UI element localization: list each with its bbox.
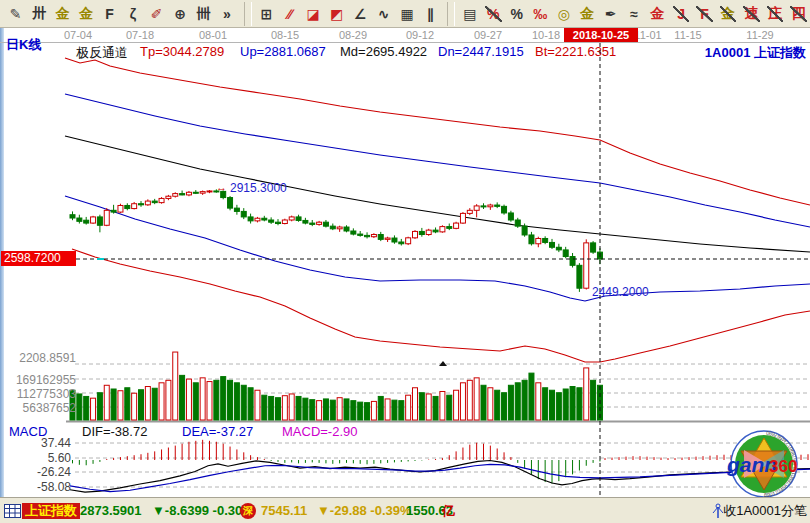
candle-body — [584, 243, 589, 288]
grid-icon[interactable]: ▦ — [396, 3, 418, 25]
candle-body — [392, 238, 397, 242]
fib-lines-icon[interactable]: F — [98, 3, 120, 25]
volume-bar — [166, 380, 171, 420]
candle-body — [234, 208, 239, 211]
hatch2-icon[interactable]: 卌 — [192, 3, 214, 25]
candle-body — [111, 210, 116, 212]
volume-bar — [241, 385, 246, 420]
candle-body — [166, 196, 171, 198]
volume-bar — [207, 382, 212, 420]
volume-bar — [399, 401, 404, 420]
volume-bar — [269, 396, 274, 420]
volume-axis-label-2: 112775303 — [4, 387, 76, 401]
quote-table-icon[interactable] — [4, 504, 21, 518]
index-name-badge[interactable]: 上证指数 — [22, 503, 80, 519]
volume-axis-label-1: 56387652 — [4, 401, 76, 415]
volume-bar — [255, 390, 260, 420]
hatch-lines-icon[interactable]: 卅 — [28, 3, 50, 25]
volume-bar — [221, 377, 226, 420]
volume-bar — [508, 385, 513, 420]
candle-body — [262, 218, 267, 220]
candle-body — [84, 220, 89, 223]
candle-body — [502, 206, 507, 213]
candle-body — [508, 213, 513, 220]
volume-bar — [186, 379, 191, 420]
volume-bars-icon[interactable]: ▤ — [459, 3, 481, 25]
volume-bar — [584, 368, 589, 420]
pencil-icon[interactable]: ✎ — [5, 3, 27, 25]
candle-body — [173, 194, 178, 197]
f-angle-icon[interactable]: F — [693, 3, 715, 25]
wave-lines-icon[interactable]: ≈ — [623, 3, 645, 25]
logo-text-360: 360 — [769, 457, 797, 476]
volume-bar — [139, 390, 144, 420]
candle-body — [454, 223, 459, 228]
volume-bar — [228, 380, 233, 420]
volume-bar — [495, 390, 500, 420]
box-range-icon[interactable]: ⊞ — [255, 3, 277, 25]
candle-body — [399, 242, 404, 244]
candle-body — [303, 220, 308, 223]
percent-fan-icon[interactable]: % — [482, 3, 504, 25]
volume-bar — [351, 401, 356, 420]
cursor-price-tag: 2598.7200 — [1, 251, 76, 266]
permille-lines-icon[interactable]: ‰ — [529, 3, 551, 25]
volume-bar — [385, 399, 390, 420]
amount-unit: 亿 — [442, 498, 455, 523]
more-tools-icon[interactable]: » — [216, 3, 238, 25]
gold-underline-icon[interactable]: 金 — [646, 3, 668, 25]
fan-lines-icon[interactable]: ∕∕ — [279, 3, 301, 25]
volume-bar — [515, 383, 520, 420]
zigzag-icon[interactable]: ∿ — [372, 3, 394, 25]
candle-body — [522, 226, 527, 235]
volume-bar — [310, 400, 315, 420]
volume-bar — [97, 393, 102, 420]
macd-scale-2: 5.60 — [5, 451, 71, 465]
gann-box-icon[interactable]: ◪ — [302, 3, 324, 25]
gold-angle-icon[interactable]: 金 — [717, 3, 739, 25]
candle-body — [515, 220, 520, 226]
zhuang-angle-icon[interactable]: 庄 — [764, 3, 786, 25]
shenzhen-badge[interactable]: 深 — [240, 503, 256, 519]
volume-bar — [118, 391, 123, 420]
trend-angle-icon[interactable]: ∠ — [349, 3, 371, 25]
volume-bar — [214, 380, 219, 420]
parallel-lines-icon[interactable]: ∥ — [419, 3, 441, 25]
volume-bar — [467, 380, 472, 420]
j-angle-icon[interactable]: J — [670, 3, 692, 25]
volume-bar — [365, 403, 370, 420]
candle-body — [474, 206, 479, 210]
drawing-toolbar: ✎卅金金Fζ✐⊕卌»⊞∕∕◪◩∠∿▦∥▤%%‰◎金✒≈金JF金速庄四 — [0, 0, 810, 28]
volume-bar — [77, 394, 82, 420]
gold-ratio-icon[interactable]: 金 — [51, 3, 73, 25]
gold-circle-icon[interactable]: ◎ — [553, 3, 575, 25]
candle-body — [440, 227, 445, 232]
candle-body — [550, 242, 555, 247]
brush-icon[interactable]: ✐ — [145, 3, 167, 25]
su-angle-icon[interactable]: 速 — [740, 3, 762, 25]
candle-body — [447, 227, 452, 229]
candle-body — [433, 230, 438, 232]
toolbar-separator — [447, 2, 455, 26]
percent-icon[interactable]: % — [506, 3, 528, 25]
pen-note-icon[interactable]: ✒ — [599, 3, 621, 25]
volume-bar — [591, 380, 596, 420]
volume-bar — [529, 373, 534, 420]
candle-body — [255, 218, 260, 221]
cycle-compass-icon[interactable]: ⊕ — [169, 3, 191, 25]
si-angle-icon[interactable]: 四 — [787, 3, 809, 25]
candle-body — [317, 222, 322, 224]
volume-bar — [378, 396, 383, 420]
spiral-icon[interactable]: ζ — [122, 3, 144, 25]
volume-bar — [556, 393, 561, 420]
volume-bar — [276, 398, 281, 420]
candle-body — [577, 265, 582, 288]
view-switch-label[interactable]: 收1A0001分笔 — [723, 498, 807, 523]
gold-ratio2-icon[interactable]: 金 — [75, 3, 97, 25]
candle-body — [467, 210, 472, 213]
candle-body — [536, 238, 541, 243]
volume-bar — [152, 388, 157, 420]
candle-body — [371, 235, 376, 237]
gold-lines-icon[interactable]: 金 — [576, 3, 598, 25]
gann-grid-icon[interactable]: ◩ — [325, 3, 347, 25]
